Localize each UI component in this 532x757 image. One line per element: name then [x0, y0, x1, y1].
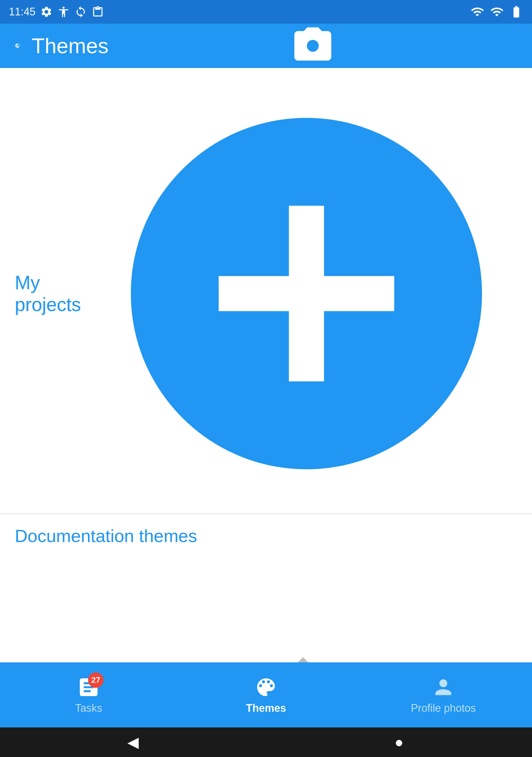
my-projects-title: My projects: [15, 272, 96, 316]
settings-icon: [40, 6, 53, 18]
camera-icon[interactable]: [108, 24, 517, 68]
theme-list-item[interactable]: #Lenguaje y Comunicación: [0, 552, 532, 662]
app-bar-left: Themes: [15, 34, 108, 58]
sync-icon: [74, 6, 87, 18]
doc-themes-title: Documentation themes: [15, 526, 197, 546]
theme-list: #Lenguaje y Comunicación #Pensamiento Ma…: [0, 552, 532, 662]
my-projects-section: My projects: [0, 68, 532, 514]
status-time: 11:45: [9, 6, 104, 18]
nav-icon-wrapper: 27: [77, 675, 101, 699]
nav-icon-wrapper: [431, 675, 455, 699]
android-nav: ◀ ●: [0, 727, 532, 757]
add-project-button[interactable]: [96, 83, 517, 504]
doc-themes-section: Documentation themes: [0, 514, 532, 552]
app-title: Themes: [32, 34, 108, 58]
clipboard-icon: [92, 6, 104, 18]
status-bar: 11:45: [0, 0, 532, 24]
chevron-right-icon: [150, 565, 517, 662]
wifi-icon: [470, 5, 484, 19]
app-bar: Themes: [0, 24, 532, 68]
nav-item-tasks[interactable]: 27 Tasks: [0, 675, 177, 714]
time-label: 11:45: [9, 6, 36, 18]
nav-label-themes: Themes: [246, 702, 286, 714]
battery-icon: [510, 5, 523, 19]
themes-nav-icon: [254, 675, 278, 699]
status-right-icons: [470, 5, 523, 19]
nav-icon-wrapper: [254, 675, 278, 699]
back-button[interactable]: ◀: [124, 733, 142, 751]
bottom-nav: 27 Tasks Themes Profile photos: [0, 662, 532, 727]
signal-icon: [490, 5, 504, 19]
tasks-badge: 27: [88, 672, 103, 688]
main-content: My projects Documentation themes #Lengua…: [0, 68, 532, 662]
nav-label-tasks: Tasks: [75, 702, 102, 714]
home-button[interactable]: ●: [390, 733, 408, 751]
nav-label-profile-photos: Profile photos: [411, 702, 476, 714]
globe-icon: [15, 43, 20, 48]
nav-item-themes[interactable]: Themes: [177, 675, 355, 714]
accessibility-icon: [57, 6, 70, 18]
nav-item-profile-photos[interactable]: Profile photos: [355, 675, 532, 714]
profile-photos-nav-icon: [431, 675, 455, 699]
